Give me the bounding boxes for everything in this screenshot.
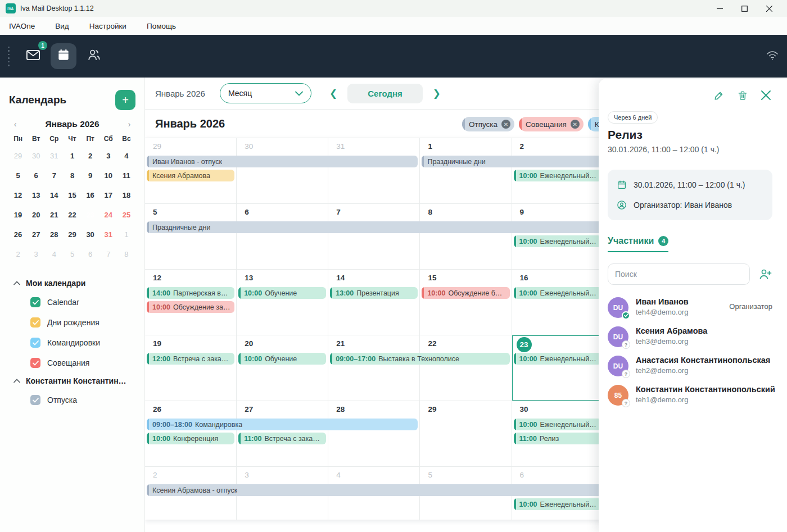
maximize-button[interactable] <box>732 0 757 17</box>
mini-day[interactable]: 31 <box>99 228 117 242</box>
mini-day[interactable]: 22 <box>63 208 81 222</box>
contacts-button[interactable] <box>81 43 107 69</box>
event-еженедельный-[interactable]: 10:00Еженедельный… <box>514 287 601 299</box>
event-еженедельный-[interactable]: 10:00Еженедельный… <box>514 170 601 181</box>
event-командировка[interactable]: 09:00–18:00Командировка <box>147 419 418 430</box>
mini-day[interactable]: 14 <box>45 188 63 203</box>
remove-filter-icon[interactable]: ✕ <box>501 120 510 129</box>
menu-item-2[interactable]: Вид <box>49 19 74 33</box>
mini-day-selected[interactable]: 23 <box>82 208 99 222</box>
event-обучение[interactable]: 10:00Обучение <box>238 287 326 299</box>
participant-row[interactable]: 85?Константин Константинопольскийteh1@de… <box>608 385 772 406</box>
event-встреча-с-зака-[interactable]: 12:00Встреча с зака… <box>147 353 234 365</box>
mini-day[interactable]: 28 <box>45 228 63 242</box>
minimize-button[interactable] <box>707 0 732 17</box>
mini-day[interactable]: 5 <box>9 169 27 183</box>
participant-row[interactable]: DU?Ксения Абрамоваteh3@demo.org <box>608 326 772 347</box>
calendar-group-header[interactable]: Константин Константин… <box>9 373 135 390</box>
mini-day[interactable]: 29 <box>63 228 81 242</box>
today-button[interactable]: Сегодня <box>347 84 423 103</box>
mini-day[interactable]: 2 <box>82 149 99 163</box>
close-panel-icon[interactable] <box>761 90 771 101</box>
mini-day[interactable]: 8 <box>63 169 81 183</box>
event-еженедельный-[interactable]: 10:00Еженедельный… <box>514 235 601 247</box>
next-period-button[interactable]: ❯ <box>427 84 446 103</box>
filter-chip[interactable]: Совещания✕ <box>519 117 584 131</box>
mini-day[interactable]: 13 <box>27 188 45 203</box>
event-обсуждение-за-[interactable]: 10:00Обсуждение за… <box>147 301 234 313</box>
mail-button[interactable]: 1 <box>20 43 46 69</box>
menu-item-3[interactable]: Настройки <box>84 19 132 33</box>
mini-day[interactable]: 6 <box>27 169 45 183</box>
participant-row[interactable]: DU?Анастасия Константинопольскаяteh2@dem… <box>608 356 772 376</box>
mini-day[interactable]: 4 <box>117 149 135 163</box>
mini-day[interactable]: 3 <box>27 247 45 262</box>
event-обсуждение-б-[interactable]: 10:00Обсуждение б… <box>422 287 509 299</box>
filter-chip[interactable]: Отпуска✕ <box>462 117 514 131</box>
mini-day[interactable]: 29 <box>9 149 27 163</box>
mini-day[interactable]: 8 <box>117 247 135 262</box>
calendar-list-item[interactable]: Командировки <box>9 333 135 353</box>
mini-day[interactable]: 21 <box>45 208 63 222</box>
delete-event-icon[interactable] <box>737 90 748 101</box>
mini-next-month-icon[interactable]: › <box>124 120 134 129</box>
mini-day[interactable]: 30 <box>27 149 45 163</box>
event-конференция[interactable]: 10:00Конференция <box>147 433 234 444</box>
mini-day[interactable]: 3 <box>99 149 117 163</box>
calendar-checkbox[interactable] <box>30 358 40 368</box>
event-еженедельный-[interactable]: 10:00Еженедельный… <box>514 353 601 365</box>
mini-day[interactable]: 11 <box>117 169 135 183</box>
day-cell[interactable] <box>145 204 237 269</box>
day-cell[interactable] <box>420 138 512 203</box>
participant-search-input[interactable] <box>608 263 750 285</box>
mini-day[interactable]: 6 <box>82 247 99 262</box>
mini-day[interactable]: 17 <box>99 188 117 203</box>
mini-day[interactable]: 4 <box>45 247 63 262</box>
calendar-checkbox[interactable] <box>30 395 40 405</box>
add-event-button[interactable]: + <box>115 90 135 110</box>
mini-day[interactable]: 7 <box>99 247 117 262</box>
mini-day[interactable]: 19 <box>9 208 27 222</box>
menu-item-4[interactable]: Помощь <box>141 19 182 33</box>
mini-day[interactable]: 10 <box>99 169 117 183</box>
mini-day[interactable]: 16 <box>82 188 99 203</box>
day-cell[interactable] <box>237 204 328 269</box>
event-презентация[interactable]: 13:00Презентация <box>330 287 418 299</box>
calendar-checkbox[interactable] <box>30 338 40 348</box>
mini-day[interactable]: 18 <box>117 188 135 203</box>
close-window-button[interactable] <box>757 0 781 17</box>
prev-period-button[interactable]: ❮ <box>324 84 343 103</box>
mini-day[interactable]: 30 <box>82 228 99 242</box>
mini-day[interactable]: 27 <box>27 228 45 242</box>
mini-day[interactable]: 15 <box>63 188 81 203</box>
mini-day[interactable]: 5 <box>63 247 81 262</box>
mini-day[interactable]: 2 <box>9 247 27 262</box>
mini-day[interactable]: 20 <box>27 208 45 222</box>
participants-tab[interactable]: Участники 4 <box>608 236 668 252</box>
calendar-list-item[interactable]: Отпуска <box>9 390 135 410</box>
mini-prev-month-icon[interactable]: ‹ <box>10 120 20 129</box>
event-встреча-с-зака-[interactable]: 11:00Встреча с зака… <box>238 433 326 444</box>
mini-day[interactable]: 26 <box>9 228 27 242</box>
event-выставка-в-технополисе[interactable]: 09:00–17:00Выставка в Технополисе <box>330 353 509 365</box>
event-ксения-абрамова[interactable]: Ксения Абрамова <box>147 170 234 181</box>
calendar-group-header[interactable]: Мои календари <box>9 275 135 292</box>
mini-day[interactable]: 1 <box>117 228 135 242</box>
mini-day[interactable]: 12 <box>9 188 27 203</box>
day-cell[interactable] <box>420 204 512 269</box>
mini-day[interactable]: 9 <box>82 169 99 183</box>
calendar-checkbox[interactable] <box>30 317 40 328</box>
event-иван-иванов-отпуск[interactable]: Иван Иванов - отпуск <box>147 156 418 167</box>
event-обучение[interactable]: 10:00Обучение <box>238 353 326 365</box>
edit-event-icon[interactable] <box>713 90 725 101</box>
calendar-checkbox[interactable] <box>30 297 40 307</box>
participant-row[interactable]: DUИван Ивановteh4@demo.orgОрганизатор <box>608 297 772 318</box>
event-релиз[interactable]: 11:00Релиз <box>514 433 601 444</box>
view-mode-select[interactable]: Месяц <box>220 83 311 103</box>
event-еженедельный-[interactable]: 10:00Еженедельный… <box>514 419 601 430</box>
mini-day[interactable]: 24 <box>99 208 117 222</box>
drag-handle[interactable] <box>8 47 10 66</box>
calendar-list-item[interactable]: Calendar <box>9 292 135 312</box>
mini-day[interactable]: 1 <box>63 149 81 163</box>
calendar-list-item[interactable]: Дни рождения <box>9 312 135 333</box>
